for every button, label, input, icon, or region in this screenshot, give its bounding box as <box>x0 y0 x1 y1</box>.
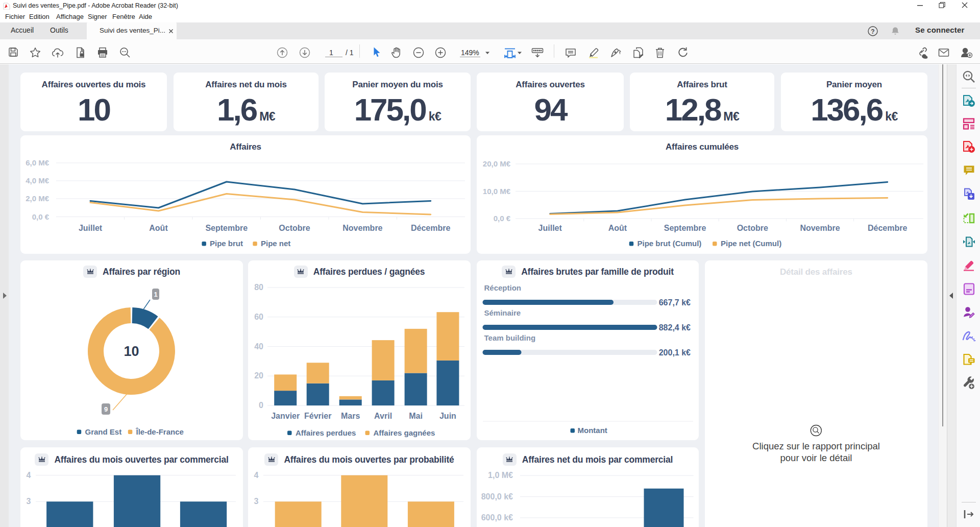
svg-text:Affaires gagnées: Affaires gagnées <box>374 428 435 437</box>
svg-text:2,0 M€: 2,0 M€ <box>26 194 50 203</box>
svg-text:1,0 M€: 1,0 M€ <box>488 471 513 480</box>
svg-text:Août: Août <box>608 224 627 232</box>
svg-text:20,0 M€: 20,0 M€ <box>483 159 511 168</box>
svg-text:?: ? <box>871 28 874 35</box>
svg-text:600,0 k€: 600,0 k€ <box>481 513 513 522</box>
svg-text:Grand Est: Grand Est <box>85 427 122 436</box>
svg-text:Séminaire: Séminaire <box>484 308 521 317</box>
svg-text:Réception: Réception <box>484 283 522 292</box>
svg-text:Novembre: Novembre <box>342 224 382 232</box>
svg-text:Mars: Mars <box>341 412 360 420</box>
svg-text:Juillet: Juillet <box>538 224 562 232</box>
svg-text:Cliquez sur le rapport princip: Cliquez sur le rapport principal <box>752 441 880 451</box>
svg-text:882,4 k€: 882,4 k€ <box>659 323 691 332</box>
svg-text:10,0 M€: 10,0 M€ <box>483 187 511 196</box>
svg-text:800,0 k€: 800,0 k€ <box>481 492 513 501</box>
svg-text:4: 4 <box>27 471 31 480</box>
svg-text:9: 9 <box>104 405 108 413</box>
svg-text:Juin: Juin <box>439 412 456 420</box>
svg-text:Montant: Montant <box>578 426 607 435</box>
svg-text:Avril: Avril <box>374 412 392 420</box>
svg-text:0,0 €: 0,0 € <box>32 212 50 221</box>
svg-text:Octobre: Octobre <box>737 224 768 232</box>
svg-text:200,1 k€: 200,1 k€ <box>659 348 691 357</box>
svg-text:4,0 M€: 4,0 M€ <box>26 176 50 185</box>
svg-text:Pipe brut (Cumul): Pipe brut (Cumul) <box>638 239 702 248</box>
svg-text:10: 10 <box>124 344 139 359</box>
svg-text:Septembre: Septembre <box>664 224 706 232</box>
svg-text:0,0 €: 0,0 € <box>494 214 511 223</box>
svg-text:4: 4 <box>254 471 259 480</box>
svg-text:40: 40 <box>254 342 263 351</box>
svg-text:Janvier: Janvier <box>271 412 300 420</box>
svg-text:Août: Août <box>149 224 168 232</box>
svg-text:3: 3 <box>27 497 31 506</box>
svg-text:Île-de-France: Île-de-France <box>136 427 184 436</box>
svg-text:pour voir le détail: pour voir le détail <box>780 452 852 463</box>
svg-text:1: 1 <box>154 291 157 298</box>
svg-text:6,0 M€: 6,0 M€ <box>26 158 50 167</box>
svg-text:667,7 k€: 667,7 k€ <box>659 298 691 307</box>
svg-text:Février: Février <box>304 412 331 420</box>
svg-text:Octobre: Octobre <box>279 224 310 232</box>
svg-text:Décembre: Décembre <box>868 224 907 232</box>
svg-text:Décembre: Décembre <box>411 224 450 232</box>
svg-text:Pipe net: Pipe net <box>261 239 290 248</box>
svg-text:3: 3 <box>254 497 259 506</box>
svg-text:Affaires perdues: Affaires perdues <box>296 428 356 437</box>
svg-text:Mai: Mai <box>409 412 423 420</box>
svg-text:Septembre: Septembre <box>205 224 248 232</box>
svg-text:60: 60 <box>254 313 263 321</box>
svg-text:Novembre: Novembre <box>800 224 840 232</box>
svg-text:Team building: Team building <box>484 333 536 342</box>
svg-text:Juillet: Juillet <box>79 224 103 232</box>
svg-text:80: 80 <box>254 283 263 292</box>
svg-text:Pipe net (Cumul): Pipe net (Cumul) <box>721 239 781 248</box>
svg-text:Pipe brut: Pipe brut <box>210 239 243 248</box>
svg-text:20: 20 <box>254 371 263 380</box>
svg-text:0: 0 <box>259 401 263 410</box>
